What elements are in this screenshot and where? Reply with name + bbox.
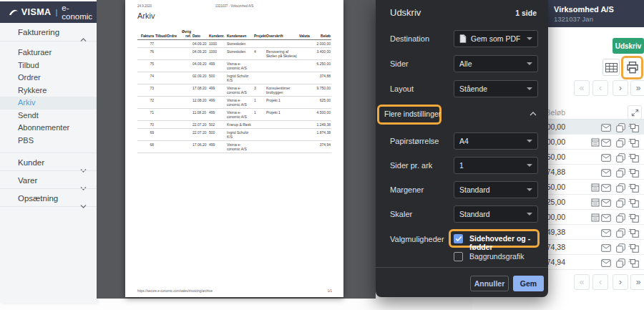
sidebar-section-kunder[interactable]: Kunder: [0, 152, 97, 171]
copy-icon[interactable]: [615, 243, 626, 253]
envelope-icon[interactable]: [600, 168, 611, 178]
form-icon[interactable]: [590, 137, 600, 147]
pager-prev-button[interactable]: ‹: [592, 80, 608, 96]
preview-cell: 500: [208, 129, 226, 141]
envelope-icon[interactable]: [600, 198, 611, 208]
copy-icon[interactable]: [615, 137, 626, 147]
preview-cell: Projekt 1: [265, 97, 298, 109]
expand-table-button[interactable]: [628, 105, 642, 120]
preview-cell: [298, 48, 311, 60]
pages-per-sheet-select[interactable]: 1: [454, 157, 538, 174]
copy-icon[interactable]: [615, 152, 626, 163]
pager-last-button[interactable]: »: [630, 274, 644, 290]
background-graphics-label[interactable]: Baggrundsgrafik: [469, 252, 524, 261]
preview-cell: Ingrid Schultz K/S: [226, 72, 253, 84]
table-view-button[interactable]: [602, 59, 620, 76]
print-icon-button-highlighted[interactable]: [621, 56, 643, 79]
copy-new-icon[interactable]: [628, 152, 639, 163]
copy-new-icon[interactable]: [628, 258, 639, 268]
copy-new-icon[interactable]: [628, 228, 639, 238]
chevron-up-icon[interactable]: [530, 112, 537, 116]
preview-footer: https://secure.e-conomic.com/sales/invoi…: [137, 289, 332, 293]
preview-cell: [265, 60, 298, 72]
pager-first-button[interactable]: «: [574, 80, 590, 96]
form-icon[interactable]: [590, 183, 600, 193]
copy-icon[interactable]: [615, 122, 626, 132]
layout-label: Layout: [390, 84, 414, 93]
sidebar-item-sendt[interactable]: Sendt: [0, 110, 97, 122]
preview-cell: [179, 40, 192, 48]
envelope-icon[interactable]: [600, 137, 611, 147]
pager-next-button[interactable]: ›: [613, 80, 628, 96]
preview-cell: Storeskolen: [226, 40, 253, 48]
preview-cell: [155, 84, 179, 97]
preview-cell: [265, 72, 298, 84]
sidebar-item-tilbud[interactable]: Tilbud: [0, 59, 97, 72]
preview-cell: Konsulenttimer brobyggen: [265, 84, 298, 97]
more-settings-toggle[interactable]: Flere indstillinger: [384, 110, 441, 118]
sidebar-item-arkiv[interactable]: Arkiv: [0, 97, 97, 110]
envelope-icon[interactable]: [600, 213, 611, 223]
preview-cell: [265, 141, 298, 153]
company-name: Virksomhed A/S: [554, 5, 614, 14]
copy-new-icon[interactable]: [628, 168, 639, 178]
sidebar-section-fakturering[interactable]: Fakturering: [0, 23, 97, 42]
scale-select[interactable]: Standard: [454, 205, 538, 223]
copy-new-icon[interactable]: [628, 243, 639, 253]
save-button[interactable]: Gem: [513, 276, 544, 291]
destination-select[interactable]: Gem som PDF: [454, 30, 538, 47]
print-button[interactable]: Udskriv: [613, 38, 644, 54]
preview-table-row: 7704.09.201000Storeskolen2.000,00: [137, 40, 331, 48]
sidebar-section-label: Varer: [18, 176, 37, 185]
preview-cell: 625,00: [311, 97, 331, 109]
background-graphics-checkbox[interactable]: [454, 252, 463, 261]
preview-cell: 70: [137, 121, 155, 129]
headers-footers-checkbox[interactable]: [454, 234, 463, 243]
form-icon[interactable]: [590, 198, 600, 208]
copy-new-icon[interactable]: [628, 122, 639, 132]
copy-icon[interactable]: [615, 228, 626, 238]
preview-cell: 9.750,00: [311, 84, 331, 97]
copy-new-icon[interactable]: [628, 198, 639, 208]
brand-visma: VISMA: [21, 7, 52, 17]
copy-icon[interactable]: [615, 168, 626, 178]
preview-archive-table: FakturaTilbud/OrdreØvrig ref.DatoKundenr…: [137, 29, 331, 153]
copy-icon[interactable]: [615, 213, 626, 223]
preview-column-header: Kundenr.: [208, 29, 226, 40]
sidebar-item-abonnementer[interactable]: Abonnementer: [0, 122, 97, 135]
copy-new-icon[interactable]: [628, 213, 639, 223]
copy-new-icon[interactable]: [628, 183, 639, 193]
envelope-icon[interactable]: [600, 258, 611, 268]
pager-first-button[interactable]: «: [574, 274, 590, 290]
envelope-icon[interactable]: [600, 243, 611, 253]
page-count: 1 side: [515, 9, 537, 17]
form-icon[interactable]: [590, 213, 600, 223]
layout-select[interactable]: Stående: [454, 80, 538, 97]
headers-footers-label[interactable]: Sidehoveder og -fødder: [469, 234, 548, 251]
sidebar-item-rykkere[interactable]: Rykkere: [0, 84, 97, 97]
pager-prev-button[interactable]: ‹: [592, 274, 608, 290]
margins-select[interactable]: Standard: [454, 181, 538, 198]
envelope-icon[interactable]: [600, 122, 611, 132]
paper-size-select[interactable]: A4: [454, 132, 538, 150]
copy-icon[interactable]: [615, 198, 626, 208]
preview-cell: 1.874,38: [311, 129, 331, 141]
sidebar-section-varer[interactable]: Varer: [0, 170, 97, 189]
preview-column-header: Tilbud/Ordre: [155, 29, 179, 40]
sidebar-item-ordrer[interactable]: Ordrer: [0, 72, 97, 84]
pager-last-button[interactable]: »: [630, 80, 644, 96]
copy-icon[interactable]: [615, 258, 626, 268]
sidebar-item-pbs[interactable]: PBS: [0, 135, 97, 147]
cancel-button[interactable]: Annuller: [470, 276, 509, 291]
envelope-icon[interactable]: [600, 228, 611, 238]
pages-select[interactable]: Alle: [454, 55, 538, 72]
preview-table-row: 7604.09.201000Storeskolen4Renovering af …: [137, 48, 331, 60]
copy-new-icon[interactable]: [628, 137, 639, 147]
preview-cell: 502: [208, 121, 226, 129]
sidebar-section-opsætning[interactable]: Opsætning: [0, 188, 97, 207]
copy-icon[interactable]: [615, 183, 626, 193]
preview-cell: [179, 72, 192, 84]
envelope-icon[interactable]: [600, 183, 611, 193]
envelope-icon[interactable]: [600, 152, 611, 163]
pager-next-button[interactable]: ›: [613, 274, 628, 290]
